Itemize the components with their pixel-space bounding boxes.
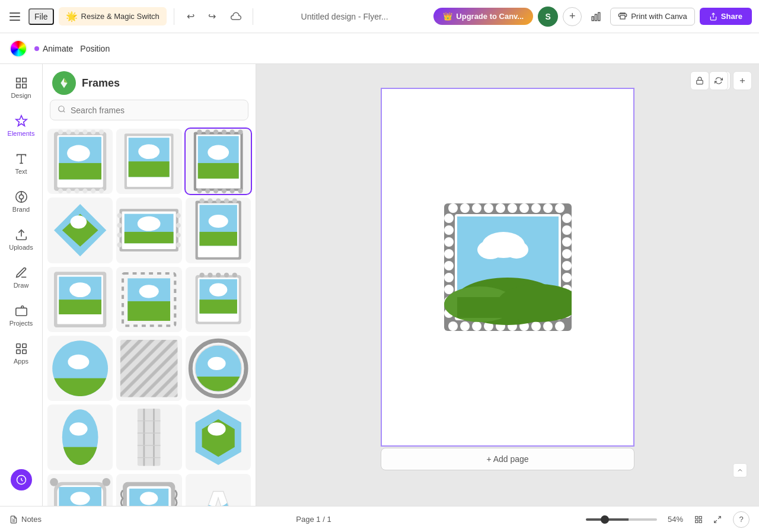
hamburger-line-2 <box>9 16 20 17</box>
svg-point-74 <box>117 223 122 228</box>
undo-button[interactable]: ↩ <box>181 7 200 26</box>
left-sidebar: Design Elements Text Brand <box>0 64 43 506</box>
sidebar-item-apps[interactable]: Apps <box>2 335 40 372</box>
frame-item-4[interactable] <box>47 197 113 263</box>
hamburger-line-3 <box>9 20 20 21</box>
frame-item-12[interactable] <box>186 336 251 401</box>
svg-point-142 <box>50 478 58 486</box>
frame-item-3[interactable] <box>186 129 251 194</box>
svg-point-109 <box>232 272 237 277</box>
frame-item-11[interactable] <box>116 336 181 401</box>
fullscreen-button[interactable] <box>709 511 726 528</box>
frame-item-13[interactable] <box>47 404 113 470</box>
stamp-element[interactable] <box>444 203 572 331</box>
frame-item-16[interactable] <box>47 474 113 506</box>
divider-1 <box>174 8 174 25</box>
svg-line-244 <box>715 520 717 523</box>
file-menu-button[interactable]: File <box>28 8 54 25</box>
frame-item-15[interactable] <box>186 404 251 470</box>
svg-point-150 <box>140 492 158 505</box>
magic-icon: 🌟 <box>66 11 78 22</box>
sidebar-item-projects[interactable]: Projects <box>2 297 40 335</box>
svg-point-40 <box>82 189 87 193</box>
sidebar-item-design[interactable]: Design <box>2 69 40 107</box>
frame-item-5[interactable] <box>116 197 181 263</box>
frame-item-17[interactable] <box>116 474 181 506</box>
svg-point-79 <box>176 233 181 238</box>
svg-point-88 <box>216 199 221 203</box>
search-icon <box>58 105 66 115</box>
svg-rect-232 <box>457 297 559 318</box>
analytics-button[interactable] <box>586 7 605 26</box>
svg-rect-1 <box>595 14 597 21</box>
user-avatar-button[interactable]: S <box>538 7 558 27</box>
frame-item-10[interactable] <box>47 336 113 401</box>
frame-item-6[interactable] <box>186 197 251 263</box>
frames-grid: A A A B <box>47 129 251 506</box>
color-picker-button[interactable] <box>9 40 27 58</box>
sidebar-item-brand[interactable]: Brand <box>2 183 40 221</box>
svg-text:A: A <box>197 479 240 506</box>
hamburger-menu[interactable] <box>7 8 24 25</box>
sidebar-item-elements[interactable]: Elements <box>2 107 40 145</box>
show-pages-button[interactable] <box>733 463 747 477</box>
search-input[interactable] <box>71 106 241 115</box>
add-element-button[interactable] <box>733 71 752 90</box>
svg-point-36 <box>99 129 104 134</box>
svg-point-126 <box>69 423 87 436</box>
svg-rect-71 <box>125 232 174 243</box>
share-label: Share <box>721 12 742 21</box>
svg-rect-19 <box>22 344 25 348</box>
svg-rect-29 <box>59 163 101 180</box>
redo-button[interactable]: ↪ <box>203 7 222 26</box>
svg-rect-84 <box>199 232 237 246</box>
svg-point-89 <box>224 199 228 203</box>
frames-grid-container[interactable]: A A A B <box>43 126 256 506</box>
grid-view-button[interactable] <box>690 511 707 528</box>
sidebar-elements-label: Elements <box>8 130 35 137</box>
help-button[interactable]: ? <box>733 511 750 528</box>
frame-item-9[interactable] <box>186 267 251 332</box>
svg-rect-8 <box>22 84 25 88</box>
frame-item-letter-a[interactable]: A A A <box>186 474 251 506</box>
upgrade-button[interactable]: 👑 Upgrade to Canv... <box>433 8 533 25</box>
magic-switch-button[interactable]: 🌟 Resize & Magic Switch <box>59 7 167 26</box>
sidebar-item-uploads[interactable]: Uploads <box>2 221 40 259</box>
frame-item-7[interactable] <box>47 267 113 332</box>
cloud-save-button[interactable] <box>227 7 245 26</box>
print-button[interactable]: Print with Canva <box>610 8 695 26</box>
frame-item-14[interactable] <box>116 404 181 470</box>
svg-line-25 <box>63 111 65 113</box>
svg-rect-116 <box>120 340 178 397</box>
frame-item-1[interactable] <box>47 129 113 194</box>
svg-rect-103 <box>199 300 237 313</box>
svg-rect-51 <box>197 163 238 179</box>
sidebar-text-label: Text <box>15 168 27 175</box>
svg-point-31 <box>58 129 63 134</box>
divider-2 <box>253 8 253 25</box>
frame-item-2[interactable] <box>116 129 181 194</box>
svg-point-37 <box>58 189 63 193</box>
refresh-button[interactable] <box>709 71 728 90</box>
design-title[interactable]: Untitled design - Flyer... <box>260 12 429 21</box>
svg-point-143 <box>102 478 110 486</box>
add-collaborator-button[interactable]: + <box>563 7 582 26</box>
lock-button[interactable] <box>690 71 709 90</box>
animate-button[interactable]: Animate <box>34 44 73 53</box>
zoom-slider[interactable] <box>586 518 657 521</box>
svg-rect-242 <box>699 520 701 523</box>
sidebar-item-draw[interactable]: Draw <box>2 259 40 297</box>
svg-point-54 <box>205 129 210 134</box>
position-button[interactable]: Position <box>80 44 110 53</box>
notes-button[interactable]: Notes <box>9 515 42 524</box>
svg-point-78 <box>176 223 181 228</box>
share-button[interactable]: Share <box>700 8 752 25</box>
sidebar-item-text[interactable]: Text <box>2 145 40 183</box>
sidebar-assistant-button[interactable] <box>2 461 40 499</box>
add-page-button[interactable]: + Add page <box>381 448 634 470</box>
frame-item-8[interactable] <box>116 267 181 332</box>
svg-rect-94 <box>59 300 101 314</box>
svg-rect-20 <box>16 350 20 353</box>
svg-point-95 <box>69 282 91 297</box>
svg-point-34 <box>82 129 87 134</box>
